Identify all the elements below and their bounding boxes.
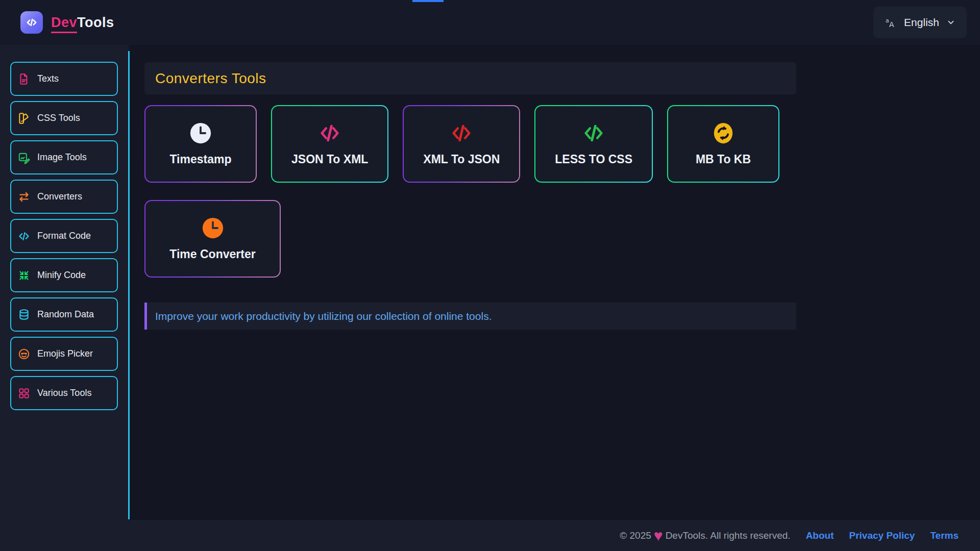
main-content: Converters Tools Timestamp: [129, 45, 980, 520]
copyright-suffix: DevTools. All rights reserved.: [666, 530, 791, 541]
code-icon: [17, 230, 31, 243]
card-label: XML To JSON: [423, 153, 500, 166]
card-label: JSON To XML: [291, 153, 368, 166]
sidebar-divider: [128, 51, 130, 519]
code-icon: [581, 121, 606, 145]
translate-icon: a A: [885, 16, 897, 29]
card-timestamp[interactable]: Timestamp: [144, 105, 257, 183]
clock-icon: [201, 216, 225, 240]
sidebar: Texts CSS Tools Image Tools Convert: [0, 45, 129, 520]
card-mb-to-kb[interactable]: MB To KB: [667, 105, 779, 183]
app-footer: © 2025 ♥ DevTools. All rights reserved. …: [0, 520, 980, 551]
code-icon: [449, 121, 474, 145]
logo[interactable]: DevTools: [20, 11, 114, 34]
chevron-down-icon: [946, 18, 955, 27]
brand-dev: Dev: [51, 15, 77, 33]
loading-progress-bar: [412, 0, 444, 2]
productivity-note: Improve your work productivity by utiliz…: [144, 303, 796, 330]
language-selector[interactable]: a A English: [873, 7, 967, 38]
copyright-prefix: © 2025: [620, 530, 651, 541]
sidebar-item-label: Converters: [37, 191, 82, 202]
sidebar-item-emojis-picker[interactable]: Emojis Picker: [10, 337, 118, 371]
sidebar-item-various-tools[interactable]: Various Tools: [10, 376, 118, 410]
sidebar-item-label: Emojis Picker: [37, 348, 93, 359]
sidebar-item-converters[interactable]: Converters: [10, 180, 118, 214]
sidebar-item-texts[interactable]: Texts: [10, 62, 118, 96]
sidebar-item-css-tools[interactable]: CSS Tools: [10, 101, 118, 135]
sidebar-item-label: Minify Code: [37, 270, 86, 281]
footer-link-privacy-policy[interactable]: Privacy Policy: [849, 530, 915, 541]
card-xml-to-json[interactable]: XML To JSON: [403, 105, 520, 183]
sidebar-item-label: CSS Tools: [37, 113, 80, 123]
card-less-to-css[interactable]: LESS TO CSS: [534, 105, 653, 183]
sidebar-item-label: Texts: [37, 73, 59, 84]
brand-name: DevTools: [51, 15, 114, 31]
sidebar-item-format-code[interactable]: Format Code: [10, 219, 118, 253]
copyright: © 2025 ♥ DevTools. All rights reserved.: [620, 528, 790, 543]
heart-icon: ♥: [654, 528, 663, 543]
sidebar-item-image-tools[interactable]: Image Tools: [10, 140, 118, 174]
brand-tools: Tools: [77, 15, 114, 30]
sidebar-item-label: Various Tools: [37, 388, 91, 398]
card-time-converter[interactable]: Time Converter: [144, 200, 281, 278]
language-label: English: [904, 16, 939, 29]
grid-icon: [17, 387, 31, 400]
file-icon: [17, 72, 31, 86]
svg-text:A: A: [889, 20, 894, 29]
tool-cards: Timestamp JSON To XML: [144, 105, 803, 278]
emoji-sunglasses-icon: [17, 347, 31, 361]
sidebar-item-label: Image Tools: [37, 152, 87, 163]
card-label: Timestamp: [169, 153, 231, 166]
app-header: DevTools a A English: [0, 0, 980, 45]
footer-link-terms[interactable]: Terms: [930, 530, 959, 541]
clock-icon: [189, 121, 212, 145]
card-json-to-xml[interactable]: JSON To XML: [271, 105, 388, 183]
note-text: Improve your work productivity by utiliz…: [155, 310, 492, 322]
page-title: Converters Tools: [155, 70, 266, 87]
swap-arrows-icon: [17, 190, 31, 204]
sidebar-item-label: Random Data: [37, 309, 94, 320]
sidebar-item-minify-code[interactable]: Minify Code: [10, 258, 118, 292]
card-label: MB To KB: [696, 153, 751, 166]
sidebar-item-random-data[interactable]: Random Data: [10, 297, 118, 332]
svg-text:a: a: [886, 17, 889, 24]
image-edit-icon: [17, 151, 31, 164]
minify-arrows-icon: [17, 269, 31, 282]
code-logo-icon: [20, 11, 43, 34]
database-icon: [17, 308, 31, 321]
sidebar-item-label: Format Code: [37, 231, 91, 241]
card-label: Time Converter: [169, 247, 255, 261]
code-icon: [317, 121, 342, 145]
swatch-icon: [17, 112, 31, 125]
card-label: LESS TO CSS: [555, 153, 632, 166]
refresh-icon: [712, 121, 735, 145]
footer-link-about[interactable]: About: [806, 530, 834, 541]
title-panel: Converters Tools: [144, 62, 796, 94]
